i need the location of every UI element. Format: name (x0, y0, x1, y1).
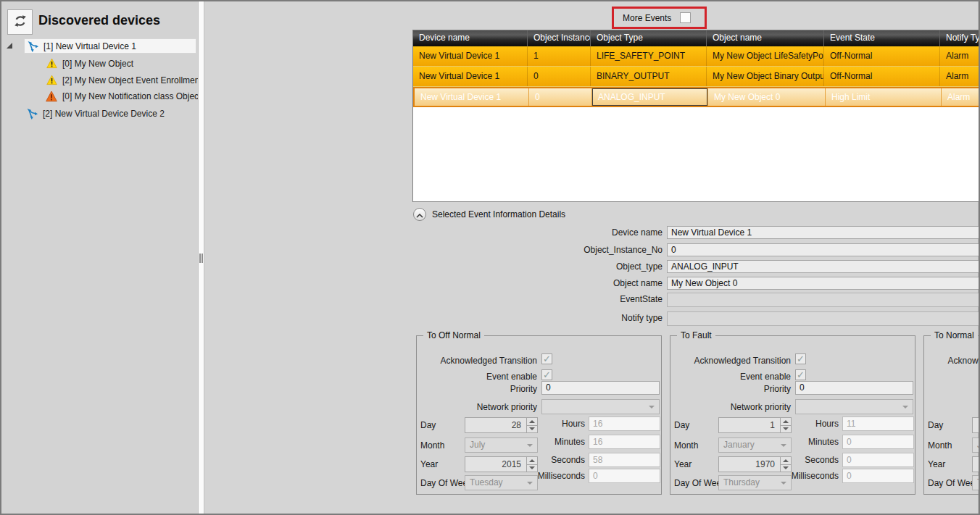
seconds-field[interactable]: 58 (589, 453, 660, 467)
detail-field-label: Notify type (465, 313, 663, 323)
network-priority-dropdown[interactable] (795, 399, 913, 414)
discovered-devices-panel: Discovered devices [1] New Virtual Devic… (1, 1, 198, 514)
field-label: Month (420, 440, 444, 451)
column-header[interactable]: Object Instance No (528, 30, 591, 46)
application-window: Discovered devices [1] New Virtual Devic… (0, 0, 980, 515)
table-cell: 1 (528, 46, 591, 66)
field-label: Seconds (759, 455, 839, 465)
tree-item[interactable]: [2] My New Object Event Enrollment 2 (43, 72, 209, 88)
month-dropdown-value: January (723, 440, 755, 450)
table-cell: LIFE_SAFETY_POINT (591, 46, 707, 66)
field-label: Event enable (417, 372, 537, 382)
table-row[interactable]: New Virtual Device 10ANALOG_INPUTMy New … (413, 87, 980, 107)
detail-field-label: Object_type (465, 261, 663, 272)
minutes-field[interactable]: 16 (589, 435, 660, 449)
events-table-header: Device nameObject Instance NoObject Type… (413, 30, 980, 46)
detail-text-field[interactable]: 0 (667, 243, 980, 256)
detail-text-field[interactable]: My New Object 0 (667, 277, 980, 290)
field-label: Network priority (924, 402, 980, 412)
field-label: Milliseconds (505, 471, 585, 481)
acknowledged-transition-checkbox[interactable]: ✓ (795, 353, 806, 364)
detail-text-field[interactable]: New Virtual Device 1 (667, 226, 980, 239)
panel-splitter[interactable] (198, 1, 204, 514)
device-icon (26, 108, 38, 120)
group-title: To Off Normal (423, 330, 484, 340)
events-panel: More Events Device nameObject Instance N… (204, 1, 979, 514)
month-dropdown-value: July (470, 440, 485, 450)
chevron-up-icon (416, 209, 423, 220)
detail-dropdown[interactable] (667, 293, 980, 307)
priority-field[interactable]: 0 (541, 381, 660, 395)
field-label: Milliseconds (759, 471, 839, 481)
table-cell: My New Object Binary Output (707, 67, 824, 86)
hours-field-value: 16 (593, 419, 602, 429)
field-label: Priority (670, 384, 791, 394)
acknowledged-transition-checkbox[interactable]: ✓ (541, 353, 552, 364)
more-events-checkbox[interactable] (680, 12, 691, 23)
column-header[interactable]: Notify Type (940, 30, 980, 46)
tree-item-label: [2] My New Object Event Enrollment 2 (62, 75, 209, 85)
milliseconds-field-value: 0 (847, 471, 852, 481)
hours-field[interactable]: 16 (589, 416, 660, 431)
column-header[interactable]: Object name (707, 30, 824, 46)
priority-field[interactable]: 0 (795, 381, 913, 395)
detail-field-value: New Virtual Device 1 (671, 227, 752, 238)
detail-text-field[interactable]: ANALOG_INPUT (667, 260, 980, 273)
events-table: Device nameObject Instance NoObject Type… (412, 30, 980, 202)
table-cell: Alarm (940, 67, 980, 86)
milliseconds-field[interactable]: 0 (842, 469, 914, 483)
splitter-grip-icon (199, 254, 203, 263)
day-spinner-value: 28 (973, 418, 980, 432)
tree-item-label: [2] New Virtual Device Device 2 (43, 109, 165, 119)
collapse-details-button[interactable] (413, 208, 426, 221)
detail-field-label: Object name (465, 278, 663, 288)
details-title: Selected Event Information Details (432, 209, 565, 219)
table-cell: Off-Normal (824, 67, 940, 86)
tree-item[interactable]: [1] New Virtual Device 1 (24, 38, 196, 54)
hours-field[interactable]: 11 (842, 416, 914, 431)
column-header[interactable]: Device name (413, 30, 528, 46)
field-label: Acknowledged Transition (417, 356, 537, 366)
detail-field-value: ANALOG_INPUT (671, 261, 739, 272)
event-enable-checkbox[interactable]: ✓ (541, 369, 552, 380)
network-priority-dropdown[interactable] (541, 399, 660, 414)
table-cell: BINARY_OUTPUT (591, 67, 707, 86)
column-header[interactable]: Event State (824, 30, 940, 46)
warning-yellow-icon (46, 75, 57, 86)
field-label: Priority (924, 384, 980, 394)
column-header[interactable]: Object Type (591, 30, 707, 46)
detail-dropdown[interactable] (667, 311, 980, 326)
group-title: To Fault (677, 330, 715, 340)
tree-item[interactable]: [0] My New Object (43, 56, 133, 71)
day-spinner[interactable]: 28 (972, 417, 980, 433)
event-enable-checkbox[interactable]: ✓ (795, 369, 806, 380)
day-of-week-dropdown[interactable]: Tuesday (972, 475, 980, 490)
dropdown-arrow-icon (649, 406, 655, 409)
details-section-header: Selected Event Information Details (413, 208, 565, 221)
field-label: Hours (759, 419, 839, 429)
month-dropdown[interactable]: July (972, 437, 980, 453)
milliseconds-field[interactable]: 0 (589, 469, 660, 483)
detail-field-value: My New Object 0 (671, 278, 737, 288)
priority-value: 0 (546, 382, 551, 393)
field-label: Priority (417, 384, 537, 394)
day-of-week-dropdown-value: Tuesday (470, 477, 503, 487)
tree-expander-icon[interactable] (7, 43, 12, 49)
field-label: Day (928, 420, 943, 430)
field-label: Network priority (417, 402, 537, 412)
more-events-label: More Events (623, 13, 671, 23)
field-label: Seconds (505, 455, 585, 465)
tree-item[interactable]: [2] New Virtual Device Device 2 (24, 106, 165, 121)
minutes-field[interactable]: 0 (842, 435, 914, 449)
table-row[interactable]: New Virtual Device 11LIFE_SAFETY_POINTMy… (413, 46, 980, 67)
tree-item[interactable]: [0] My New Notification class Object (43, 88, 201, 104)
table-cell: New Virtual Device 1 (413, 46, 528, 66)
field-label: Acknowledged Transition (670, 356, 791, 366)
transition-group-to-fault: To FaultAcknowledged Transition✓Event en… (670, 335, 915, 495)
table-row[interactable]: New Virtual Device 10BINARY_OUTPUTMy New… (413, 67, 980, 87)
day-of-week-dropdown-value: Tuesday (977, 477, 980, 487)
table-cell: 0 (529, 88, 592, 106)
year-spinner[interactable]: 2015 (972, 456, 980, 472)
seconds-field[interactable]: 0 (842, 453, 914, 467)
minutes-field-value: 0 (847, 437, 852, 447)
